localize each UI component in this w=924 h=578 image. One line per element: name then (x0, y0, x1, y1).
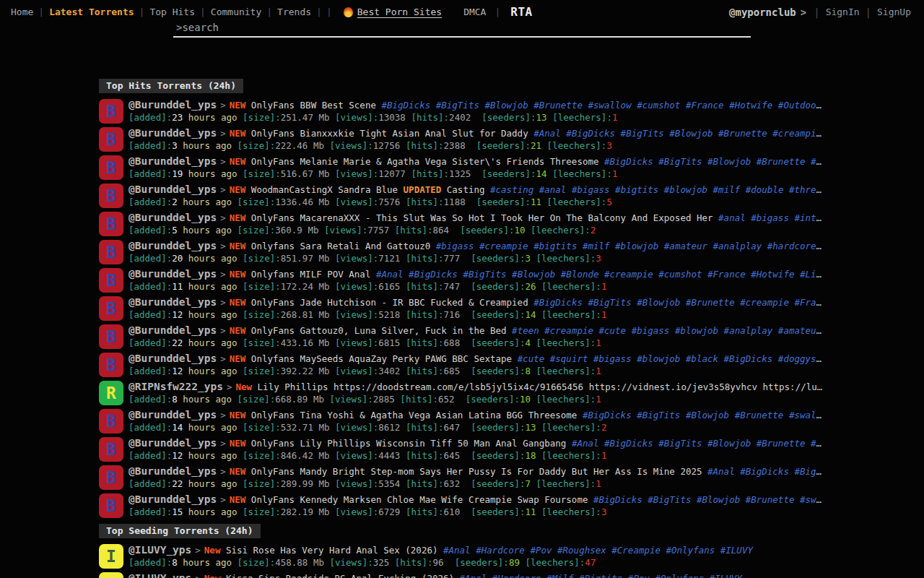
promo-link[interactable]: Best Porn Sites (344, 7, 442, 17)
size-value: 268.81 Mb (281, 309, 330, 320)
views-label: [views]: (330, 140, 373, 151)
title-segments: NEW Onlyfans MaySeeds AquaZay Perky PAWG… (230, 353, 824, 364)
torrent-row[interactable]: I @ILUVY_yps>New Kissa Sins Roadside BG … (99, 572, 824, 578)
uploader-username[interactable]: @Burunddel_yps (128, 325, 217, 336)
views-label: [views]: (335, 337, 378, 348)
title-segments: NEW OnlyFans BBW Best Scene #BigDicks #B… (230, 100, 824, 111)
torrent-row[interactable]: B @Burunddel_yps>NEW OnlyFans Jade Hutch… (99, 296, 824, 321)
title-segment-tags[interactable]: #BigDicks #BigTits #Blowjob #Brunette #s… (381, 100, 824, 111)
nav-item-latest-torrents[interactable]: Latest Torrents (44, 7, 139, 17)
torrent-row[interactable]: B @Burunddel_yps>NEW Onlyfans MILF POV A… (99, 268, 824, 293)
uploader-username[interactable]: @Burunddel_yps (128, 212, 217, 223)
uploader-username[interactable]: @Burunddel_yps (128, 410, 217, 420)
torrent-row[interactable]: B @Burunddel_yps>NEW OnlyFans MacarenaXX… (99, 212, 824, 236)
title-segment-tags[interactable]: #teen #creampie #cute #bigass #blowjob #… (512, 325, 824, 336)
uploader-avatar[interactable]: B (99, 324, 123, 349)
nav-item-community[interactable]: Community (206, 7, 266, 17)
added-label: [added]: (128, 478, 172, 489)
torrent-row[interactable]: B @Burunddel_yps>NEW OnlyFans Melanie Ma… (99, 155, 824, 180)
uploader-username[interactable]: @Burunddel_yps (128, 297, 217, 308)
added-unit: hours ago (188, 281, 237, 292)
uploader-username[interactable]: @RIPNsfw222_yps (128, 381, 223, 392)
seeders-value: 11 (525, 506, 536, 517)
title-segment-tags[interactable]: #Anal #Hardcore #Milf #Bigtits #Pov #Onl… (460, 573, 742, 578)
uploader-username[interactable]: @Burunddel_yps (128, 466, 217, 477)
uploader-avatar[interactable]: B (99, 353, 123, 377)
uploader-avatar[interactable]: B (99, 268, 123, 293)
rta-logo[interactable]: RTA (510, 5, 532, 19)
title-segment-tags[interactable]: #Anal #BigDicks #BigTits #Blowjob #Brune… (572, 438, 824, 449)
uploader-avatar[interactable]: B (99, 465, 123, 490)
torrent-row[interactable]: B @Burunddel_yps>NEW OnlyFans Mandy Brig… (99, 465, 824, 490)
uploader-avatar[interactable]: B (99, 493, 123, 518)
uploader-username[interactable]: @ILUVY_yps (128, 545, 191, 556)
torrent-row[interactable]: B @Burunddel_yps>NEW OnlyFans Lily Phill… (99, 437, 824, 462)
torrent-row[interactable]: B @Burunddel_yps>NEW OnlyFans Tina Yoshi… (99, 409, 824, 434)
uploader-avatar[interactable]: B (99, 212, 123, 236)
signin-link[interactable]: SignIn (820, 7, 866, 17)
uploader-avatar[interactable]: B (99, 409, 123, 434)
uploader-avatar[interactable]: B (99, 296, 123, 321)
title-segment-tags[interactable]: #bigass #creampie #bigtits #milf #blowjo… (436, 241, 821, 251)
seeders-value: 18 (525, 450, 536, 461)
uploader-avatar[interactable]: B (99, 127, 123, 152)
title-segment-tags[interactable]: #cute #squirt #bigass #blowjob #black #B… (518, 353, 824, 364)
nav-item-top-hits[interactable]: Top Hits (144, 7, 200, 17)
uploader-username[interactable]: @Burunddel_yps (128, 100, 217, 111)
title-segment-tags[interactable]: #Anal #BigDicks #BigTits … (707, 466, 824, 477)
uploader-username[interactable]: @Burunddel_yps (128, 128, 217, 139)
torrent-row[interactable]: B @Burunddel_yps>NEW OnlyFans Bianxxxkie… (99, 127, 824, 152)
uploader-avatar[interactable]: B (99, 99, 123, 124)
uploader-username[interactable]: @ILUVY_yps (128, 573, 191, 578)
torrent-row[interactable]: I @ILUVY_yps>New Sisi Rose Has Very Hard… (99, 544, 824, 569)
uploader-username[interactable]: @Burunddel_yps (128, 184, 217, 195)
title-segment-tags[interactable]: #Anal #BigDicks #BigTits #Blowjob #Brune… (533, 128, 824, 139)
title-segment-tags[interactable]: #Anal #Hardcore #Pov #Roughsex #Creampie… (443, 545, 753, 556)
title-segment-tags[interactable]: #casting #anal #bigass #bigtits #blowjob… (490, 184, 824, 195)
torrent-lists: Top Hits Torrents (24h) B @Burunddel_yps… (99, 78, 824, 578)
title-segment-tags[interactable]: #BigDicks #BigTits #Blowjob #Brunette #s… (593, 494, 824, 505)
dmca-link[interactable]: DMCA (463, 7, 486, 17)
arrow-separator: > (217, 297, 230, 308)
uploader-avatar[interactable]: B (99, 437, 123, 462)
title-segment-tags[interactable]: #BigDicks #BigTits #Blowjob #Brunette #s… (604, 156, 824, 167)
uploader-username[interactable]: @Burunddel_yps (128, 156, 217, 167)
title-segment-tags[interactable]: #BigDicks #BigTits #Blowjob #Brunette #c… (533, 297, 824, 308)
uploader-avatar[interactable]: B (99, 184, 123, 208)
uploader-avatar[interactable]: B (99, 240, 123, 264)
torrent-row[interactable]: B @Burunddel_yps>NEW WoodmanCastingX San… (99, 184, 824, 208)
signup-link[interactable]: SignUp (871, 7, 917, 17)
search-input[interactable] (173, 20, 751, 36)
title-segment-tags[interactable]: #BigDicks #BigTits #Blowjob #Brunette #s… (583, 410, 824, 420)
uploader-username[interactable]: @Burunddel_yps (128, 438, 217, 449)
uploader-avatar[interactable]: B (99, 155, 123, 180)
nav-item-trends[interactable]: Trends (272, 7, 316, 17)
nav-item-home[interactable]: Home (6, 7, 38, 17)
uploader-avatar[interactable]: R (99, 381, 123, 405)
search-bar (173, 20, 751, 38)
uploader-avatar[interactable]: I (99, 572, 123, 578)
views-label: [views]: (330, 394, 373, 405)
uploader-avatar[interactable]: I (99, 544, 123, 569)
title-segment-tags[interactable]: #anal #bigass #interrac… (718, 212, 824, 223)
added-label: [added]: (128, 309, 172, 320)
views-label: [views]: (335, 253, 378, 264)
torrent-row[interactable]: B @Burunddel_yps>NEW OnlyFans BBW Best S… (99, 99, 824, 124)
torrent-row[interactable]: B @Burunddel_yps>NEW OnlyFans Kennedy Ma… (99, 493, 824, 518)
uploader-username[interactable]: @Burunddel_yps (128, 241, 217, 251)
uploader-username[interactable]: @Burunddel_yps (128, 353, 217, 364)
torrent-row[interactable]: B @Burunddel_yps>NEW Onlyfans MaySeeds A… (99, 353, 824, 377)
account-username[interactable]: @mypornclub (729, 7, 796, 18)
torrent-title-line: @Burunddel_yps>NEW OnlyFans Mandy Bright… (128, 466, 824, 477)
torrent-row[interactable]: B @Burunddel_yps>NEW Onlyfans Sara Retal… (99, 240, 824, 264)
leechers-value: 5 (606, 197, 612, 207)
torrent-row[interactable]: R @RIPNsfw222_yps>New Lily Phillips http… (99, 381, 824, 405)
uploader-username[interactable]: @Burunddel_yps (128, 269, 217, 280)
torrent-row[interactable]: B @Burunddel_yps>NEW OnlyFans Gattouz0, … (99, 324, 824, 349)
uploader-username[interactable]: @Burunddel_yps (128, 494, 217, 505)
title-segment-tags[interactable]: #Anal #BigDicks #BigTits #Blowjob #Blond… (376, 269, 824, 280)
title-segment-title: WoodmanCastingX Sandra Blue (251, 184, 398, 195)
leechers-value: 3 (596, 253, 601, 264)
size-value: 458.88 Mb (275, 557, 324, 568)
views-value: 4443 (378, 450, 400, 461)
